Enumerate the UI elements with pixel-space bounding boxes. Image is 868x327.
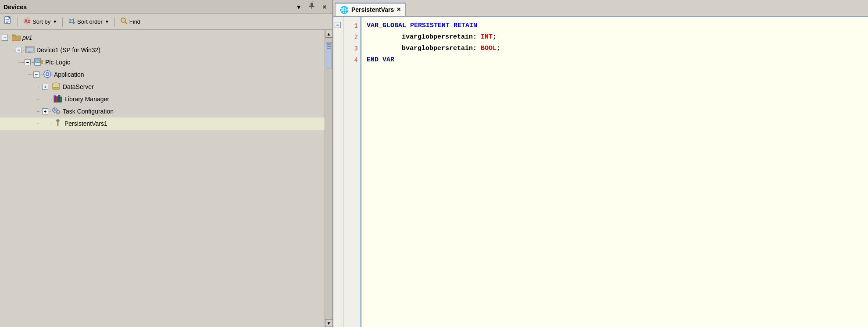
line-num-1: 1	[354, 20, 361, 32]
pin-btn[interactable]	[307, 2, 317, 12]
svg-rect-26	[47, 77, 48, 78]
token-space-1	[406, 20, 410, 32]
separator-3	[114, 17, 115, 27]
new-button[interactable]	[2, 16, 15, 28]
toolbar: Az Sort by ▼ 21 Sort order ▼	[0, 14, 332, 30]
taskconfig-label: Task Configuration	[63, 108, 114, 115]
token-semi-1: ;	[493, 32, 497, 43]
close-btn[interactable]: ✕	[320, 3, 329, 11]
tab-globe-icon: 🌐	[340, 6, 349, 14]
token-semi-2: ;	[497, 43, 500, 54]
token-end-var: END_VAR	[367, 54, 394, 66]
tree-node-pv1[interactable]: − pv1	[0, 32, 325, 44]
token-int: INT	[481, 32, 493, 43]
scroll-thumb[interactable]	[326, 42, 332, 68]
libmanager-label: Library Manager	[64, 96, 109, 103]
sort-order-icon: 21	[68, 17, 76, 26]
line-num-3: 3	[354, 43, 361, 54]
panel-header: Devices ▼ ✕	[0, 0, 332, 14]
sort-order-button[interactable]: 21 Sort order ▼	[65, 16, 112, 28]
svg-rect-48	[57, 121, 58, 126]
dropdown-btn[interactable]: ▼	[294, 3, 304, 11]
svg-point-10	[121, 18, 125, 22]
svg-rect-43	[54, 107, 55, 109]
scrollbar-vertical[interactable]: ▲ ▼	[325, 30, 332, 327]
persistentvars-icon	[53, 118, 63, 129]
plclogic-label: Plc Logic	[45, 59, 70, 66]
code-fold-area: −	[333, 17, 344, 327]
library-icon	[53, 94, 63, 105]
dataserver-icon	[51, 82, 61, 92]
expander-taskconfig[interactable]: +	[42, 108, 48, 114]
expander-pv1[interactable]: −	[2, 35, 8, 41]
left-panel: Devices ▼ ✕	[0, 0, 333, 327]
taskconfig-icon	[51, 106, 61, 117]
svg-rect-12	[12, 36, 21, 41]
separator-1	[18, 17, 18, 27]
tree-node-taskconfig[interactable]: + Ta	[0, 105, 325, 117]
code-line-2: ivarglobpersretain : INT ;	[367, 32, 863, 43]
code-line-1: VAR_GLOBAL PERSISTENT RETAIN	[367, 20, 863, 32]
line-num-4: 4	[354, 54, 361, 66]
tab-persistentvars[interactable]: 🌐 PersistentVars ✕	[335, 3, 406, 16]
sort-by-dropdown-arrow: ▼	[53, 19, 57, 24]
sort-by-icon: Az	[23, 17, 31, 26]
code-line-4: END_VAR	[367, 54, 863, 66]
tree-area: − pv1 −	[0, 30, 332, 327]
find-button[interactable]: Find	[118, 16, 143, 28]
right-panel: 🌐 PersistentVars ✕ − 1 2 3 4 VAR_GLOBAL …	[333, 0, 868, 327]
expander-application[interactable]: −	[33, 71, 39, 78]
svg-rect-19	[41, 60, 43, 64]
svg-rect-27	[43, 74, 45, 75]
expander-plclogic[interactable]: −	[25, 59, 31, 65]
svg-line-11	[125, 22, 127, 24]
svg-rect-15	[29, 52, 31, 53]
scroll-up-btn[interactable]: ▲	[325, 30, 333, 38]
find-label: Find	[129, 18, 140, 25]
tree-node-device1[interactable]: − Device1 (SP for Win32)	[0, 44, 325, 56]
device-icon	[25, 46, 35, 55]
device1-label: Device1 (SP for Win32)	[36, 46, 100, 53]
code-editor: − 1 2 3 4 VAR_GLOBAL PERSISTENT RETAIN i…	[333, 17, 868, 327]
expander-dataserver[interactable]: +	[42, 84, 48, 90]
tree-node-persistentvars1[interactable]: PersistentVars1	[0, 117, 325, 130]
pv1-label: pv1	[22, 34, 32, 41]
scroll-track[interactable]	[325, 38, 333, 319]
expander-device1[interactable]: −	[16, 47, 22, 53]
token-space-2	[450, 20, 454, 32]
header-controls: ▼ ✕	[294, 2, 329, 12]
dataserver-label: DataServer	[63, 83, 94, 90]
scroll-thumb-grip3	[327, 48, 331, 49]
code-fold-btn[interactable]: −	[335, 22, 341, 28]
plc-icon	[34, 57, 43, 68]
sort-order-dropdown-arrow: ▼	[105, 19, 109, 24]
svg-rect-1	[309, 6, 314, 7]
svg-rect-25	[47, 70, 48, 71]
application-icon	[43, 69, 52, 80]
token-bvar: bvarglobpersretain	[402, 43, 473, 54]
token-bool: BOOL	[481, 43, 497, 54]
svg-rect-44	[54, 112, 55, 113]
tree-node-libmanager[interactable]: Library Manager	[0, 93, 325, 105]
code-content[interactable]: VAR_GLOBAL PERSISTENT RETAIN ivarglobper…	[361, 17, 868, 327]
tab-close-btn[interactable]: ✕	[396, 7, 401, 13]
svg-rect-37	[61, 97, 62, 102]
line-numbers: 1 2 3 4	[344, 17, 361, 327]
tree-node-application[interactable]: − Application	[0, 68, 325, 81]
svg-rect-14	[26, 47, 33, 51]
token-colon-1: :	[473, 32, 481, 43]
token-colon-2: :	[473, 43, 481, 54]
tree-node-plclogic[interactable]: − Plc Logic	[0, 56, 325, 68]
svg-point-31	[53, 87, 60, 90]
svg-rect-34	[54, 96, 56, 102]
tab-label: PersistentVars	[351, 6, 394, 13]
application-label: Application	[54, 71, 84, 78]
svg-point-24	[46, 73, 48, 75]
new-icon	[4, 16, 12, 27]
folder-icon	[12, 33, 21, 43]
tree-node-dataserver[interactable]: + DataServer	[0, 81, 325, 93]
panel-title: Devices	[4, 4, 27, 11]
svg-rect-36	[58, 95, 60, 102]
scroll-down-btn[interactable]: ▼	[325, 319, 333, 327]
sort-by-button[interactable]: Az Sort by ▼	[21, 16, 60, 28]
